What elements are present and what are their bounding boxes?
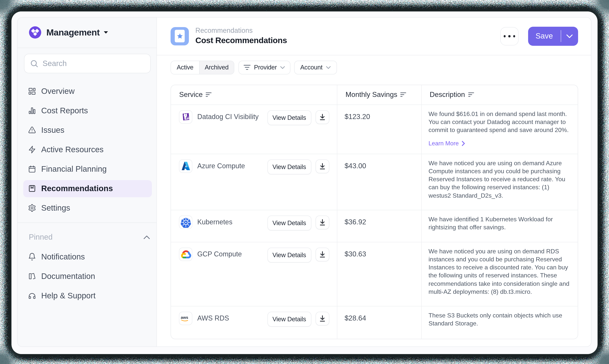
svg-text:aws: aws: [181, 315, 188, 319]
